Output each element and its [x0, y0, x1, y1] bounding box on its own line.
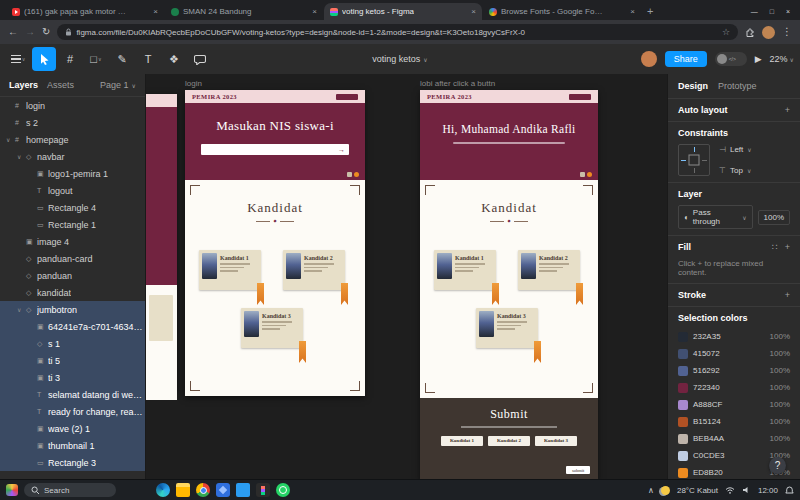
- design-tab[interactable]: Design: [678, 81, 708, 91]
- address-bar[interactable]: figma.com/file/Du0KIAbRQecbEpDoCUbGFW/vo…: [57, 24, 738, 40]
- layer-opacity-input[interactable]: 100%: [758, 210, 790, 225]
- layer-item[interactable]: ▣ti 3: [0, 369, 145, 386]
- candidate-card[interactable]: Kandidat 3: [241, 308, 303, 348]
- color-swatch[interactable]: [678, 366, 688, 376]
- share-button[interactable]: Share: [665, 51, 707, 67]
- candidate-card[interactable]: Kandidat 1: [434, 250, 496, 290]
- browser-tab[interactable]: (161) gak papa gak motor vario yg p×: [6, 3, 164, 20]
- expand-caret-icon[interactable]: ∨: [17, 306, 26, 313]
- color-swatch[interactable]: [678, 383, 688, 393]
- file-explorer-taskbar-icon[interactable]: [176, 483, 190, 497]
- layer-item[interactable]: #login: [0, 97, 145, 114]
- layer-item[interactable]: ▣image 4: [0, 233, 145, 250]
- frame-login[interactable]: PEMIRA 2023 Masukan NIS siswa-i → Kandid…: [185, 90, 365, 396]
- resources-tool-button[interactable]: ❖: [162, 47, 186, 71]
- layer-item[interactable]: ▣wave (2) 1: [0, 420, 145, 437]
- zoom-control[interactable]: 22%∨: [770, 54, 794, 64]
- window-minimize-button[interactable]: —: [751, 8, 758, 15]
- layer-item[interactable]: ▣ti 5: [0, 352, 145, 369]
- frame-lobi[interactable]: PEMIRA 2023 Hi, Muhamad Andika Rafli Kan…: [420, 90, 598, 480]
- layer-item[interactable]: Tlogout: [0, 182, 145, 199]
- text-tool-button[interactable]: T: [136, 47, 160, 71]
- weather-text[interactable]: 28°C Kabut: [677, 486, 718, 495]
- layer-item[interactable]: ∨◇navbar: [0, 148, 145, 165]
- layer-item[interactable]: ▣64241e7a-c701-4634-84...: [0, 318, 145, 335]
- prototype-tab[interactable]: Prototype: [718, 81, 757, 91]
- selection-color-row[interactable]: B15124100%: [678, 413, 790, 430]
- selection-color-row[interactable]: 516292100%: [678, 362, 790, 379]
- tab-close-icon[interactable]: ×: [471, 7, 476, 16]
- frame-label-login[interactable]: login: [185, 79, 202, 88]
- present-button[interactable]: ▶: [755, 54, 762, 64]
- selection-color-row[interactable]: 232A35100%: [678, 328, 790, 345]
- submit-cta-button[interactable]: submit: [566, 466, 590, 474]
- tab-close-icon[interactable]: ×: [153, 7, 158, 16]
- frame-tool-button[interactable]: #: [58, 47, 82, 71]
- color-swatch[interactable]: [678, 468, 688, 478]
- browser-tab[interactable]: Browse Fonts - Google Fonts×: [483, 3, 641, 20]
- color-swatch[interactable]: [678, 332, 688, 342]
- expand-caret-icon[interactable]: ∨: [6, 136, 15, 143]
- page-selector[interactable]: Page 1∨: [100, 80, 136, 90]
- fill-styles-icon[interactable]: ∷: [772, 242, 778, 252]
- browser-tab[interactable]: SMAN 24 Bandung×: [165, 3, 323, 20]
- layer-item[interactable]: ∨#homepage: [0, 131, 145, 148]
- vote-option-button[interactable]: Kandidat 2: [488, 436, 530, 446]
- extensions-icon[interactable]: [745, 27, 755, 37]
- file-name[interactable]: voting ketos∨: [372, 54, 427, 64]
- browser-tab[interactable]: voting ketos - Figma×: [324, 3, 482, 20]
- add-fill-button[interactable]: +: [785, 242, 790, 252]
- chrome-taskbar-icon[interactable]: [196, 483, 210, 497]
- add-auto-layout-button[interactable]: +: [785, 105, 790, 115]
- whatsapp-taskbar-icon[interactable]: [276, 483, 290, 497]
- selection-color-row[interactable]: A888CF100%: [678, 396, 790, 413]
- tab-close-icon[interactable]: ×: [630, 7, 635, 16]
- color-swatch[interactable]: [678, 349, 688, 359]
- layer-item[interactable]: #s 2: [0, 114, 145, 131]
- tray-chevron-icon[interactable]: ∧: [648, 486, 654, 495]
- expand-caret-icon[interactable]: ∨: [17, 153, 26, 160]
- collaborator-avatar[interactable]: [641, 51, 657, 67]
- move-tool-button[interactable]: [32, 47, 56, 71]
- dev-mode-toggle[interactable]: </>: [715, 52, 747, 66]
- color-swatch[interactable]: [678, 417, 688, 427]
- bookmark-star-icon[interactable]: ☆: [722, 27, 730, 37]
- layer-item[interactable]: ◇kandidat: [0, 284, 145, 301]
- new-tab-button[interactable]: +: [647, 6, 653, 17]
- candidate-card[interactable]: Kandidat 2: [283, 250, 345, 290]
- assets-tab[interactable]: Assets: [47, 80, 74, 90]
- layer-item[interactable]: ▣thumbnail 1: [0, 437, 145, 454]
- color-swatch[interactable]: [678, 451, 688, 461]
- frame-label-lobi[interactable]: lobi after click a buttn: [420, 79, 495, 88]
- reload-button[interactable]: ↻: [42, 27, 50, 37]
- widgets-icon[interactable]: [6, 484, 18, 496]
- edge-taskbar-icon[interactable]: [156, 483, 170, 497]
- figma-taskbar-icon[interactable]: [256, 483, 270, 497]
- blend-mode-select[interactable]: ◐ Pass through∨: [678, 205, 753, 229]
- main-menu-button[interactable]: ∨: [6, 47, 30, 71]
- layer-item[interactable]: ▭Rectangle 4: [0, 199, 145, 216]
- forward-button[interactable]: →: [25, 27, 35, 37]
- selection-color-row[interactable]: 415072100%: [678, 345, 790, 362]
- frame-homepage-partial[interactable]: [145, 94, 177, 390]
- constraints-widget[interactable]: [678, 144, 710, 176]
- candidate-card[interactable]: Kandidat 1: [199, 250, 261, 290]
- notification-bell-icon[interactable]: [785, 486, 794, 495]
- shape-tool-button[interactable]: □∨: [84, 47, 108, 71]
- browser-profile-avatar[interactable]: [762, 26, 775, 39]
- figma-canvas[interactable]: login PEMIRA 2023 Masukan NIS siswa-i → …: [145, 74, 668, 480]
- layer-item[interactable]: ◇s 1: [0, 335, 145, 352]
- clock[interactable]: 12:00: [758, 486, 778, 495]
- back-button[interactable]: ←: [8, 27, 18, 37]
- pen-tool-button[interactable]: ✎: [110, 47, 134, 71]
- volume-icon[interactable]: [742, 486, 751, 494]
- layer-item[interactable]: ◇panduan-card: [0, 250, 145, 267]
- window-close-button[interactable]: ×: [786, 8, 790, 15]
- vscode-taskbar-icon[interactable]: [236, 483, 250, 497]
- wifi-icon[interactable]: [725, 486, 735, 494]
- add-stroke-button[interactable]: +: [785, 290, 790, 300]
- layer-item[interactable]: ▭Rectangle 3: [0, 454, 145, 471]
- taskbar-search[interactable]: Search: [24, 483, 116, 497]
- selection-color-row[interactable]: 722340100%: [678, 379, 790, 396]
- help-button[interactable]: ?: [769, 457, 786, 474]
